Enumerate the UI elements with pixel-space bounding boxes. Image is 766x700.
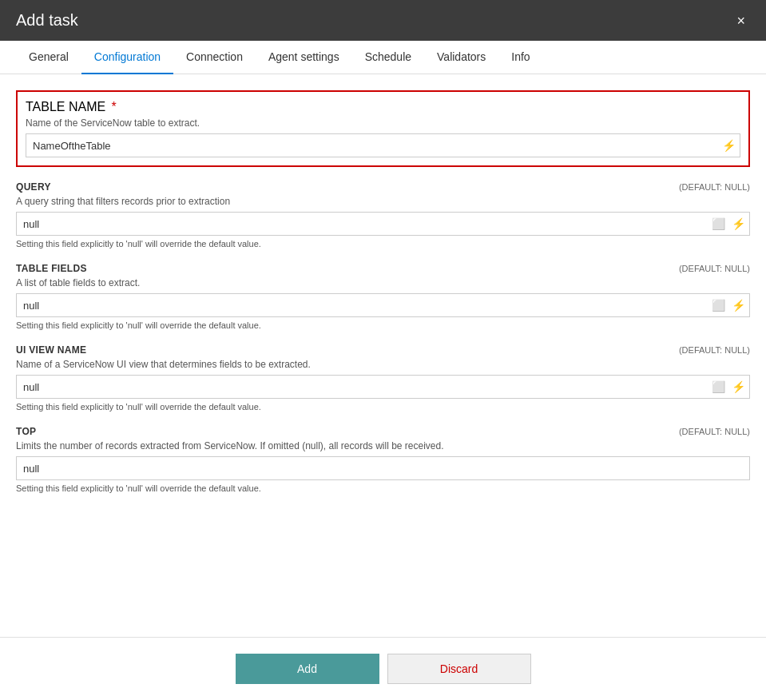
- top-input-wrap: [16, 456, 750, 480]
- table-fields-input[interactable]: [16, 293, 750, 317]
- content-area: TABLE NAME * Name of the ServiceNow tabl…: [0, 74, 766, 637]
- query-header: QUERY (DEFAULT: NULL): [16, 181, 750, 193]
- ui-view-name-input-wrap: ⬜ ⚡: [16, 375, 750, 399]
- query-section: QUERY (DEFAULT: NULL) A query string tha…: [16, 181, 750, 249]
- tab-validators[interactable]: Validators: [424, 41, 498, 74]
- tab-agent-settings[interactable]: Agent settings: [256, 41, 352, 74]
- query-multiline-icon[interactable]: ⬜: [710, 217, 727, 231]
- ui-view-name-input[interactable]: [16, 375, 750, 399]
- table-fields-section: TABLE FIELDS (DEFAULT: NULL) A list of t…: [16, 263, 750, 330]
- query-icons: ⬜ ⚡: [710, 217, 747, 231]
- ui-view-name-section: UI VIEW NAME (DEFAULT: NULL) Name of a S…: [16, 344, 750, 412]
- top-description: Limits the number of records extracted f…: [16, 440, 750, 451]
- tabs-bar: General Configuration Connection Agent s…: [0, 41, 766, 74]
- query-input[interactable]: [16, 212, 750, 236]
- table-name-header: TABLE NAME *: [26, 100, 740, 114]
- top-note: Setting this field explicitly to 'null' …: [16, 483, 750, 493]
- ui-view-name-multiline-icon[interactable]: ⬜: [710, 380, 727, 394]
- close-button[interactable]: ×: [732, 12, 750, 30]
- table-fields-icons: ⬜ ⚡: [710, 298, 747, 312]
- table-name-input[interactable]: [26, 133, 740, 157]
- required-star: *: [108, 100, 117, 113]
- table-fields-label: TABLE FIELDS: [16, 263, 87, 274]
- ui-view-name-dynamic-icon[interactable]: ⚡: [730, 380, 747, 394]
- top-input[interactable]: [16, 456, 750, 480]
- tab-general[interactable]: General: [16, 41, 81, 74]
- table-fields-description: A list of table fields to extract.: [16, 277, 750, 288]
- query-dynamic-icon[interactable]: ⚡: [730, 217, 747, 231]
- table-fields-input-wrap: ⬜ ⚡: [16, 293, 750, 317]
- ui-view-name-note: Setting this field explicitly to 'null' …: [16, 402, 750, 412]
- query-default: (DEFAULT: NULL): [679, 182, 750, 192]
- query-note: Setting this field explicitly to 'null' …: [16, 239, 750, 249]
- discard-button[interactable]: Discard: [387, 654, 531, 684]
- query-description: A query string that filters records prio…: [16, 196, 750, 207]
- tab-info[interactable]: Info: [498, 41, 542, 74]
- top-default: (DEFAULT: NULL): [679, 427, 750, 436]
- tab-schedule[interactable]: Schedule: [352, 41, 424, 74]
- top-header: TOP (DEFAULT: NULL): [16, 426, 750, 437]
- table-fields-dynamic-icon[interactable]: ⚡: [730, 298, 747, 312]
- dialog-footer: Add Discard: [0, 637, 766, 700]
- ui-view-name-default: (DEFAULT: NULL): [679, 345, 750, 355]
- table-name-icons: ⚡: [720, 138, 737, 153]
- table-name-description: Name of the ServiceNow table to extract.: [26, 117, 740, 129]
- dialog-title: Add task: [16, 11, 78, 30]
- table-name-dynamic-icon[interactable]: ⚡: [720, 138, 737, 153]
- tab-configuration[interactable]: Configuration: [81, 41, 173, 74]
- ui-view-name-header: UI VIEW NAME (DEFAULT: NULL): [16, 344, 750, 356]
- query-input-wrap: ⬜ ⚡: [16, 212, 750, 236]
- add-button[interactable]: Add: [236, 654, 379, 684]
- table-fields-default: (DEFAULT: NULL): [679, 264, 750, 273]
- table-fields-multiline-icon[interactable]: ⬜: [710, 298, 727, 312]
- tab-connection[interactable]: Connection: [173, 41, 256, 74]
- add-task-dialog: Add task × General Configuration Connect…: [0, 0, 766, 700]
- query-label: QUERY: [16, 181, 51, 193]
- table-fields-header: TABLE FIELDS (DEFAULT: NULL): [16, 263, 750, 274]
- ui-view-name-description: Name of a ServiceNow UI view that determ…: [16, 359, 750, 370]
- top-label: TOP: [16, 426, 36, 437]
- ui-view-name-label: UI VIEW NAME: [16, 344, 86, 356]
- table-name-section: TABLE NAME * Name of the ServiceNow tabl…: [16, 90, 750, 167]
- ui-view-name-icons: ⬜ ⚡: [710, 380, 747, 394]
- top-section: TOP (DEFAULT: NULL) Limits the number of…: [16, 426, 750, 493]
- table-name-input-wrap: ⚡: [26, 133, 740, 157]
- table-name-label: TABLE NAME *: [26, 100, 117, 114]
- dialog-header: Add task ×: [0, 0, 766, 41]
- table-fields-note: Setting this field explicitly to 'null' …: [16, 320, 750, 330]
